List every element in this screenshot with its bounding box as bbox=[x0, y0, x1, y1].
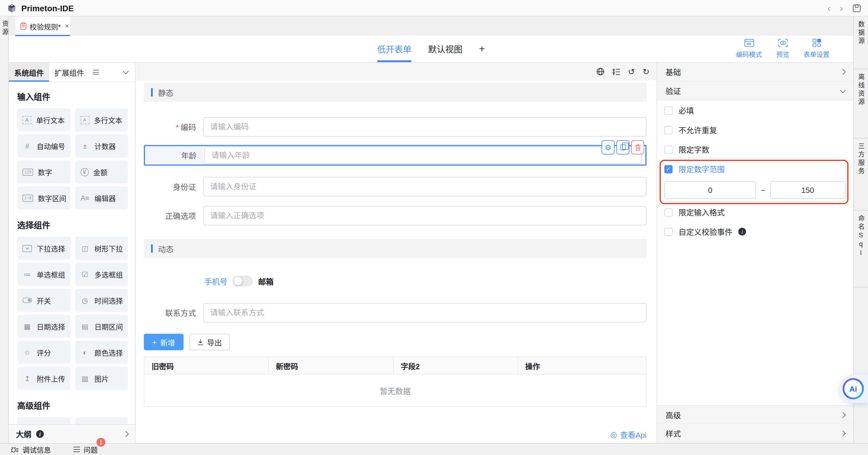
component-item-text-single[interactable]: A单行文本 bbox=[17, 108, 70, 131]
rail-item-datasource[interactable]: 数据源 bbox=[854, 17, 868, 69]
field-row-age-selected[interactable]: 年龄 ⚙ bbox=[144, 145, 647, 166]
component-item-text-multi[interactable]: A多行文本 bbox=[75, 108, 128, 131]
panel-collapse-icon[interactable] bbox=[124, 63, 128, 82]
code-mode-button[interactable]: 编码模式 bbox=[736, 38, 762, 59]
save-icon[interactable] bbox=[852, 4, 861, 12]
tab-system-components[interactable]: 系统组件 bbox=[9, 63, 49, 82]
range-min-input[interactable] bbox=[664, 181, 756, 199]
component-item-checkbox-group[interactable]: ☑多选框组 bbox=[75, 263, 128, 286]
age-input[interactable] bbox=[204, 147, 642, 164]
add-row-button[interactable]: +新增 bbox=[144, 334, 183, 350]
component-item-person-picker[interactable]: ○人员选择 bbox=[17, 417, 70, 424]
component-item-counter[interactable]: ±计数器 bbox=[75, 134, 128, 157]
group-header-advanced[interactable]: 高级 bbox=[657, 405, 853, 424]
checkbox-unchecked[interactable] bbox=[664, 106, 673, 115]
column-header-old-password[interactable]: 旧密码 bbox=[145, 357, 269, 374]
component-item-org-picker[interactable]: 品机构选择 bbox=[75, 417, 128, 424]
contact-input[interactable] bbox=[203, 303, 647, 322]
range-max-input[interactable] bbox=[770, 181, 845, 199]
checkbox-unchecked[interactable] bbox=[664, 126, 673, 134]
phone-email-toggle[interactable] bbox=[233, 276, 253, 286]
component-item-file-upload[interactable]: ↥附件上传 bbox=[17, 367, 70, 390]
close-icon[interactable]: × bbox=[65, 22, 69, 30]
component-item-rich-editor[interactable]: A≡编辑器 bbox=[75, 186, 128, 209]
left-rail-resources[interactable]: 资源 bbox=[0, 17, 9, 443]
dynamic-section-header[interactable]: 动态 bbox=[144, 239, 647, 258]
chevron-right-icon bbox=[840, 430, 846, 436]
doc-tab-validation-rules[interactable]: 校验规则* × bbox=[16, 17, 70, 35]
component-item-time-picker[interactable]: ◷时间选择 bbox=[75, 289, 128, 312]
column-header-field2[interactable]: 字段2 bbox=[394, 357, 518, 374]
column-header-new-password[interactable]: 新密码 bbox=[269, 357, 394, 374]
undo-icon[interactable]: ↺ bbox=[628, 67, 635, 76]
static-section-header[interactable]: 静态 bbox=[144, 83, 647, 102]
component-item-image[interactable]: ▧图片 bbox=[75, 367, 128, 390]
component-item-money[interactable]: ¥金额 bbox=[75, 160, 128, 184]
checkbox-unchecked[interactable] bbox=[664, 145, 673, 154]
form-canvas: ↺ ↻ 静态 *编码 年龄 ⚙ bbox=[136, 63, 657, 443]
component-item-radio-group[interactable]: ≔单选框组 bbox=[17, 263, 70, 286]
component-item-auto-number[interactable]: #自动编号 bbox=[17, 134, 70, 157]
rail-item-offline-resource[interactable]: 离线资源 bbox=[854, 69, 868, 138]
code-input[interactable] bbox=[203, 117, 647, 137]
tab-default-view[interactable]: 默认视图 bbox=[428, 35, 462, 62]
table-actions: +新增 导出 bbox=[144, 334, 647, 350]
group-header-validation[interactable]: 验证 bbox=[657, 82, 853, 101]
form-settings-button[interactable]: 表单设置 bbox=[803, 38, 830, 59]
group-header-style[interactable]: 样式 bbox=[657, 424, 853, 443]
history-forward-icon[interactable]: › bbox=[840, 3, 843, 13]
tab-extension-components[interactable]: 扩展组件 bbox=[49, 63, 89, 82]
component-list-view-icon[interactable] bbox=[93, 63, 99, 82]
component-item-number[interactable]: 123数字 bbox=[17, 160, 70, 184]
outline-tree-icon[interactable] bbox=[612, 68, 620, 75]
debug-info-button[interactable]: 调试信息 bbox=[11, 444, 51, 454]
option-input-format[interactable]: 限定输入格式 bbox=[664, 202, 845, 222]
history-back-icon[interactable]: ‹ bbox=[828, 3, 831, 13]
editor-icon: A≡ bbox=[80, 194, 90, 201]
checkbox-unchecked[interactable] bbox=[664, 208, 673, 216]
correct-option-input[interactable] bbox=[203, 206, 647, 225]
problems-button[interactable]: 问题 1 bbox=[73, 444, 98, 454]
add-view-button[interactable]: + bbox=[479, 35, 485, 62]
component-item-date-picker[interactable]: ▦日期选择 bbox=[17, 315, 70, 338]
group-header-basic[interactable]: 基础 bbox=[657, 63, 853, 82]
titlebar: Primeton-IDE ‹ › bbox=[0, 0, 868, 17]
view-api-icon: ◎ bbox=[611, 430, 617, 439]
component-item-rating[interactable]: ☆评分 bbox=[17, 341, 70, 364]
option-required[interactable]: 必填 bbox=[664, 101, 845, 120]
checkbox-unchecked[interactable] bbox=[664, 228, 673, 236]
ai-assistant-button[interactable]: Ai bbox=[840, 375, 868, 403]
outline-bar[interactable]: 大纲 i bbox=[9, 424, 135, 443]
data-table: 旧密码 新密码 字段2 操作 暂无数据 bbox=[144, 357, 647, 407]
settings-gear-button[interactable]: ⚙ bbox=[601, 140, 615, 155]
idcard-input[interactable] bbox=[203, 177, 647, 196]
globe-icon[interactable] bbox=[596, 67, 604, 76]
component-item-number-range[interactable]: 1~3数字区间 bbox=[17, 186, 70, 209]
tab-lowcode-form[interactable]: 低开表单 bbox=[377, 35, 411, 62]
copy-button[interactable] bbox=[616, 140, 629, 155]
rail-item-third-party-service[interactable]: 三方服务 bbox=[854, 138, 868, 210]
rail-item-named-sql[interactable]: 命名Sql bbox=[854, 210, 868, 288]
redo-icon[interactable]: ↻ bbox=[643, 67, 650, 76]
checkbox-checked[interactable]: ✓ bbox=[664, 165, 673, 173]
field-row-contact[interactable]: 联系方式 bbox=[144, 303, 647, 322]
component-item-date-range[interactable]: ▤日期区间 bbox=[75, 315, 128, 338]
component-item-color-picker[interactable]: ◐颜色选择 bbox=[75, 341, 128, 364]
option-char-limit[interactable]: 限定字数 bbox=[664, 140, 845, 159]
component-item-select-dropdown[interactable]: 下拉选择 bbox=[17, 237, 70, 260]
export-button[interactable]: 导出 bbox=[189, 334, 229, 350]
field-row-code[interactable]: *编码 bbox=[144, 117, 647, 137]
option-no-duplicates[interactable]: 不允许重复 bbox=[664, 120, 845, 140]
preview-button[interactable]: 预览 bbox=[776, 38, 789, 59]
option-number-range[interactable]: ✓ 限定数字范围 bbox=[664, 159, 845, 179]
delete-button[interactable] bbox=[631, 140, 644, 155]
view-api-link[interactable]: ◎ 查看Api bbox=[611, 429, 647, 440]
code-window-icon bbox=[744, 38, 754, 47]
column-header-operation[interactable]: 操作 bbox=[518, 357, 646, 374]
field-row-correct-option[interactable]: 正确选项 bbox=[144, 206, 647, 225]
component-item-tree-dropdown[interactable]: ◫树形下拉 bbox=[75, 237, 128, 260]
field-row-idcard[interactable]: 身份证 bbox=[144, 177, 647, 196]
option-custom-validation[interactable]: 自定义校验事件 i bbox=[664, 222, 845, 241]
upload-icon: ↥ bbox=[23, 375, 32, 382]
component-item-switch[interactable]: 开关 bbox=[17, 289, 70, 312]
